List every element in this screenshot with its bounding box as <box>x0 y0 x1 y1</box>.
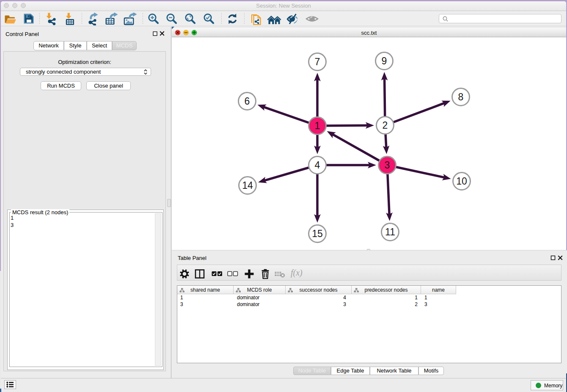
svg-text:14: 14 <box>242 180 253 191</box>
svg-text:8: 8 <box>458 91 464 102</box>
svg-text:11: 11 <box>385 226 395 237</box>
svg-text:1: 1 <box>315 120 320 131</box>
svg-text:7: 7 <box>315 56 320 67</box>
svg-text:4: 4 <box>315 160 320 171</box>
svg-text:2: 2 <box>383 120 388 131</box>
svg-text:15: 15 <box>312 228 323 239</box>
svg-text:3: 3 <box>385 160 390 171</box>
svg-text:9: 9 <box>382 55 387 66</box>
svg-text:6: 6 <box>245 96 250 107</box>
svg-text:10: 10 <box>456 176 467 187</box>
